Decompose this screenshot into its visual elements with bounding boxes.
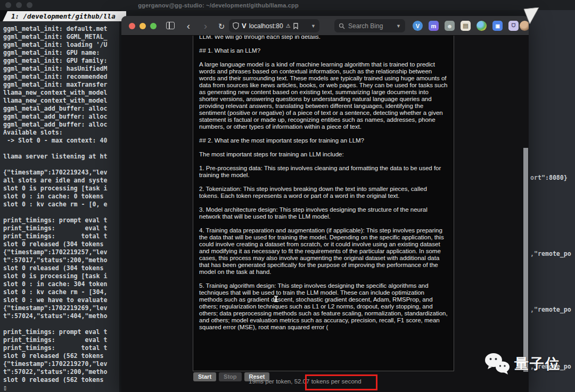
extension-ghost-icon[interactable]: ᗜ	[508, 21, 519, 31]
extension-clipboard-icon[interactable]: ▤	[461, 21, 471, 31]
minimize-icon[interactable]	[16, 2, 22, 8]
url-text: localhost:80	[249, 22, 283, 30]
terminal-log: ggml_metal_init: default.met ggml_metal_…	[0, 21, 119, 392]
section-heading: ## 1. What is an LLM?	[199, 47, 448, 54]
terminal-pane-right[interactable]: ort":8080} ,"remote_po ,"remote_po ,"rem…	[528, 10, 575, 392]
dropdown-caret-icon[interactable]: ▼	[311, 23, 316, 29]
address-bar[interactable]: V localhost:80 ⚠ ▼	[229, 19, 319, 32]
watermark-label: 量子位	[514, 354, 561, 373]
extension-card-lock-icon[interactable]: ▣	[492, 21, 503, 31]
bookmark-icon[interactable]	[293, 23, 298, 29]
step-item: 2. Tokenization: This step involves brea…	[199, 186, 448, 199]
zoom-icon[interactable]	[27, 2, 32, 8]
terminal-titlebar: ggerganov@gg-studio: ~/development/githu…	[0, 0, 575, 10]
scrollbar-thumb[interactable]	[523, 148, 528, 372]
qbitai-watermark: 量子位	[484, 353, 561, 375]
extension-v-icon[interactable]: V	[413, 21, 423, 31]
llm-output-panel[interactable]: LLM. We will go through each step in det…	[193, 36, 454, 371]
close-icon[interactable]	[129, 23, 135, 29]
shield-icon	[233, 22, 239, 29]
search-field[interactable]: Search Bing ▼	[334, 19, 405, 32]
vivaldi-v-icon: V	[242, 22, 247, 30]
back-icon[interactable]: ‹	[182, 16, 195, 36]
warning-icon: ⚠	[286, 23, 291, 29]
wechat-icon	[484, 353, 510, 375]
tokens-per-second: , 52.07 tokens per second	[291, 378, 361, 385]
step-item: 5. Training algorithm design: This step …	[199, 282, 448, 331]
browser-page: LLM. We will go through each step in det…	[121, 36, 529, 392]
terminal-pane-left[interactable]: ggml_metal_init: default.met ggml_metal_…	[0, 21, 119, 392]
forward-icon[interactable]: ›	[199, 16, 212, 36]
start-button[interactable]: Start	[193, 372, 216, 381]
browser-toolbar: ‹ › ↻ V localhost:80 ⚠ ▼ Se	[121, 16, 529, 36]
step-item: 3. Model architecture design: This step …	[199, 206, 448, 220]
minimize-icon[interactable]	[139, 23, 146, 29]
output-intro-line: LLM. We will go through each step in det…	[199, 36, 448, 40]
dropdown-caret-icon[interactable]: ▼	[396, 23, 401, 29]
section-body: A large language model is a kind of mach…	[199, 61, 448, 130]
timing-status: 19ms per token, 52.07 tokens per second	[249, 378, 362, 385]
terminal-traffic-lights[interactable]	[5, 2, 32, 8]
stop-button[interactable]: Stop	[219, 372, 241, 381]
search-placeholder: Search Bing	[348, 22, 383, 30]
mouse-cursor	[523, 7, 540, 26]
browser-window: ‹ › ↻ V localhost:80 ⚠ ▼ Se	[121, 16, 529, 392]
terminal-log-line: ,"remote_po	[530, 250, 571, 257]
text-cursor	[275, 296, 277, 302]
search-icon	[339, 23, 345, 29]
browser-traffic-lights[interactable]	[129, 23, 157, 29]
sidebar-toggle-icon[interactable]	[166, 22, 175, 29]
extension-m-icon[interactable]: m	[429, 21, 439, 31]
timing-prefix: 19ms per token	[249, 378, 291, 385]
step-item: 4. Training data preparation and augment…	[199, 227, 448, 276]
tmux-tab[interactable]: 1: /development/github/lla	[3, 11, 126, 21]
terminal-log-line: ,"remote_po	[530, 306, 571, 313]
reload-icon[interactable]: ↻	[215, 16, 228, 36]
desktop: ggerganov@gg-studio: ~/development/githu…	[0, 0, 575, 392]
step-item: 1. Pre-processing data: This step involv…	[199, 165, 448, 179]
close-icon[interactable]	[5, 2, 11, 8]
section-body: The most important steps for training an…	[199, 151, 448, 158]
terminal-window-title: ggerganov@gg-studio: ~/development/githu…	[0, 2, 575, 9]
extension-people-icon[interactable]: ☻	[445, 21, 455, 31]
tmux-status-bar: 1: /development/github/lla	[0, 10, 121, 21]
extension-sphere-icon[interactable]	[477, 21, 487, 31]
section-heading: ## 2. What are the most important steps …	[199, 137, 448, 144]
zoom-icon[interactable]	[150, 23, 157, 29]
terminal-log-line: ort":8080}	[530, 174, 568, 181]
